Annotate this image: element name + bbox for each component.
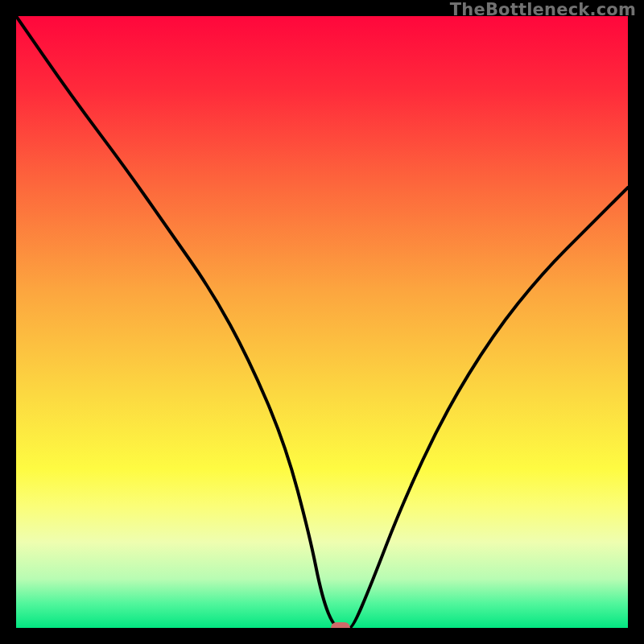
watermark-text: TheBottleneck.com xyxy=(450,0,636,19)
chart-stage: TheBottleneck.com xyxy=(0,0,644,644)
bottleneck-curve xyxy=(16,16,628,628)
curve-layer xyxy=(16,16,628,628)
minimum-marker xyxy=(331,622,350,628)
plot-area xyxy=(16,16,628,628)
